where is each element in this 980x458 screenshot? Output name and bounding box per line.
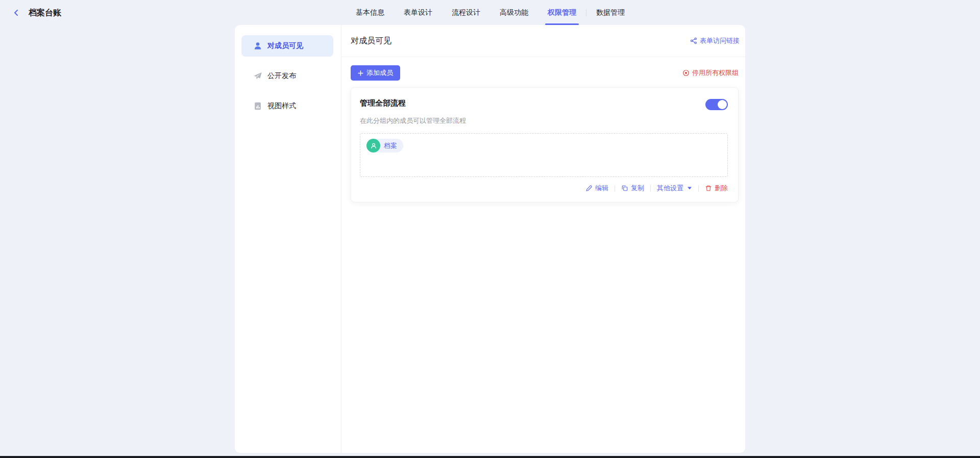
window-bottom-edge bbox=[0, 456, 980, 458]
tab-label: 数据管理 bbox=[596, 8, 625, 17]
main-panel: 对成员可见 公开发布 视图样式 对成员可见 表单访问链接 bbox=[235, 25, 745, 453]
tab-data-management[interactable]: 数据管理 bbox=[595, 0, 626, 26]
share-icon bbox=[690, 37, 697, 44]
other-settings-dropdown[interactable]: 其他设置 bbox=[657, 184, 692, 193]
copy-action-label: 复制 bbox=[631, 184, 644, 193]
tab-label: 基本信息 bbox=[356, 8, 384, 17]
sidebar-item-label: 公开发布 bbox=[267, 71, 296, 81]
panel-title: 对成员可见 bbox=[351, 36, 391, 46]
delete-action-label: 删除 bbox=[715, 184, 728, 193]
disable-all-permission-groups-link[interactable]: 停用所有权限组 bbox=[682, 68, 739, 78]
edit-action[interactable]: 编辑 bbox=[585, 184, 608, 193]
member-name: 档案 bbox=[384, 141, 397, 150]
delete-action[interactable]: 删除 bbox=[705, 184, 728, 193]
member-avatar bbox=[366, 139, 380, 152]
tab-label: 流程设计 bbox=[452, 8, 480, 17]
back-button[interactable] bbox=[12, 0, 20, 26]
person-icon bbox=[370, 142, 378, 150]
action-separator bbox=[615, 185, 615, 192]
content-header: 对成员可见 表单访问链接 bbox=[341, 25, 745, 57]
top-bar: 档案台账 基本信息 表单设计 流程设计 高级功能 权限管理 数据管理 bbox=[0, 0, 980, 26]
tab-permission-management[interactable]: 权限管理 bbox=[547, 0, 577, 26]
sidebar-item-public-publish[interactable]: 公开发布 bbox=[241, 65, 333, 87]
tab-process-design[interactable]: 流程设计 bbox=[451, 0, 481, 26]
tab-label: 高级功能 bbox=[500, 8, 528, 17]
plus-icon bbox=[358, 70, 363, 76]
chevron-left-icon bbox=[12, 9, 20, 17]
group-enabled-toggle[interactable] bbox=[705, 99, 728, 110]
group-actions: 编辑 复制 其他设置 bbox=[360, 184, 728, 193]
other-settings-label: 其他设置 bbox=[657, 184, 683, 193]
copy-icon bbox=[621, 185, 628, 192]
toggle-knob bbox=[718, 100, 727, 109]
tab-advanced-features[interactable]: 高级功能 bbox=[499, 0, 529, 26]
sidebar-item-label: 视图样式 bbox=[267, 101, 296, 111]
member-list-box[interactable]: 档案 bbox=[360, 133, 728, 177]
permission-group-card: 管理全部流程 在此分组内的成员可以管理全部流程 档案 bbox=[351, 87, 739, 202]
view-style-icon bbox=[253, 101, 262, 111]
edit-action-label: 编辑 bbox=[595, 184, 608, 193]
group-description: 在此分组内的成员可以管理全部流程 bbox=[360, 116, 728, 125]
tab-basic-info[interactable]: 基本信息 bbox=[355, 0, 385, 26]
copy-action[interactable]: 复制 bbox=[621, 184, 644, 193]
form-access-link-label: 表单访问链接 bbox=[700, 36, 740, 45]
action-separator bbox=[650, 185, 651, 192]
sidebar-item-member-visible[interactable]: 对成员可见 bbox=[241, 35, 333, 57]
caret-down-icon bbox=[687, 186, 692, 190]
group-title: 管理全部流程 bbox=[360, 98, 406, 108]
disable-icon bbox=[682, 69, 690, 77]
tab-label: 权限管理 bbox=[548, 8, 576, 17]
tab-bar: 基本信息 表单设计 流程设计 高级功能 权限管理 数据管理 bbox=[346, 0, 634, 26]
member-visible-icon bbox=[253, 41, 262, 50]
content-body: 添加成员 停用所有权限组 管理全部流程 在此分组内的成员可以管理全部流程 bbox=[341, 57, 745, 453]
form-access-link[interactable]: 表单访问链接 bbox=[690, 36, 740, 45]
paper-plane-icon bbox=[253, 71, 262, 81]
group-title-row: 管理全部流程 bbox=[360, 98, 728, 110]
disable-all-label: 停用所有权限组 bbox=[692, 68, 739, 78]
action-separator bbox=[698, 185, 699, 192]
pencil-icon bbox=[585, 185, 593, 192]
sidebar-item-label: 对成员可见 bbox=[267, 41, 303, 50]
tab-label: 表单设计 bbox=[404, 8, 432, 17]
add-member-button[interactable]: 添加成员 bbox=[351, 65, 400, 81]
sidebar: 对成员可见 公开发布 视图样式 bbox=[235, 25, 341, 453]
page-title: 档案台账 bbox=[29, 0, 61, 26]
tab-form-design[interactable]: 表单设计 bbox=[403, 0, 433, 26]
content-area: 对成员可见 表单访问链接 添加成员 bbox=[341, 25, 745, 453]
member-chip[interactable]: 档案 bbox=[366, 139, 403, 152]
tab-separator bbox=[586, 9, 586, 16]
toolbar: 添加成员 停用所有权限组 bbox=[351, 65, 739, 81]
sidebar-item-view-style[interactable]: 视图样式 bbox=[241, 95, 333, 117]
trash-icon bbox=[705, 185, 712, 192]
add-member-button-label: 添加成员 bbox=[366, 68, 393, 78]
